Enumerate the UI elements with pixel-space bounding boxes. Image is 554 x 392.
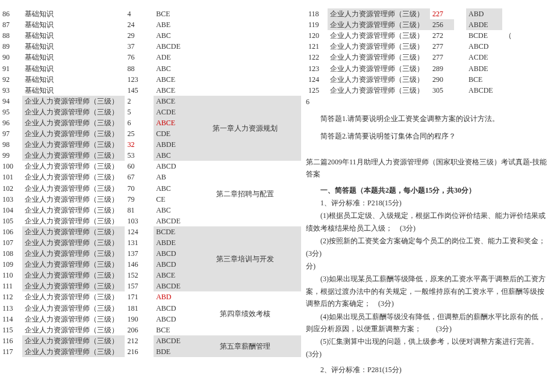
row-answer: BCE [154, 325, 188, 335]
row-subject: 企业人力资源管理师（三级） [22, 325, 125, 335]
row-page: 289 [430, 63, 454, 73]
table-row: 86基础知识4BCE [0, 8, 301, 19]
row-subject: 企业人力资源管理师（三级） [22, 281, 125, 291]
row-number: 97 [0, 128, 22, 139]
row-page: 88 [125, 63, 154, 73]
row-number: 86 [0, 8, 22, 19]
row-number: 90 [0, 52, 22, 63]
row-answer: ABC [154, 150, 188, 161]
row-answer: ABCD [154, 161, 188, 172]
row-number: 92 [0, 74, 22, 85]
row-subject: 企业人力资源管理师（三级） [22, 335, 125, 346]
row-number: 110 [0, 270, 22, 281]
row-number: 125 [306, 85, 328, 96]
row-page: 103 [125, 216, 154, 226]
row-number: 107 [0, 237, 22, 248]
row-answer: ABCE [154, 96, 188, 107]
right-body: 6 简答题1.请简要说明企业工资奖金调整方案的设计方法。 简答题2.请简要说明签… [306, 96, 554, 376]
row-page: 227 [430, 8, 454, 19]
row-answer: ABC [154, 205, 188, 216]
row-extra [502, 52, 554, 63]
row-number: 94 [0, 96, 22, 107]
table-row: 123企业人力资源管理师（三级）289ABDE [306, 63, 554, 73]
row-subject: 基础知识 [22, 19, 125, 30]
row-page: 190 [125, 314, 154, 325]
row-subject: 企业人力资源管理师（三级） [22, 226, 125, 237]
row-number: 88 [0, 30, 22, 41]
row-extra [502, 63, 554, 73]
row-subject: 基础知识 [22, 52, 125, 63]
row-page: 123 [125, 74, 154, 85]
row-page: 2 [125, 96, 154, 107]
row-subject: 企业人力资源管理师（三级） [22, 216, 125, 226]
row-page: 6 [125, 117, 154, 128]
row-page: 25 [125, 128, 154, 139]
row-section: 第三章培训与开发 [188, 226, 301, 292]
row-number: 112 [0, 291, 22, 302]
row-answer: ABCDE [154, 216, 188, 226]
row-page: 29 [125, 30, 154, 41]
table-row: 122企业人力资源管理师（三级）277ACDE [306, 52, 554, 63]
row-number: 104 [0, 205, 22, 216]
row-section [188, 52, 301, 63]
row-number: 115 [0, 325, 22, 335]
table-row: 91基础知识88ABC [0, 63, 301, 73]
row-page: 171 [125, 291, 154, 302]
row-page: 277 [430, 41, 454, 52]
row-subject: 企业人力资源管理师（三级） [22, 161, 125, 172]
row-section: 第二章招聘与配置 [188, 161, 301, 226]
row-subject: 企业人力资源管理师（三级） [22, 96, 125, 107]
row-number: 123 [306, 63, 328, 73]
row-page: 277 [430, 52, 454, 63]
essay-title: 第二篇2009年11月助理人力资源管理师（国家职业资格三级）考试真题-技能答案 [306, 156, 549, 181]
row-answer: ABDE [466, 63, 502, 73]
row-page: 5 [125, 107, 154, 117]
table-row: 94企业人力资源管理师（三级）2ABCE第一章人力资源规划 [0, 96, 301, 107]
row-number: 120 [306, 30, 328, 41]
row-page: 81 [125, 205, 154, 216]
row-subject: 企业人力资源管理师（三级） [22, 237, 125, 248]
row-page: 181 [125, 303, 154, 314]
row-answer: ADE [154, 52, 188, 63]
row-number: 87 [0, 19, 22, 30]
row-subject: 基础知识 [22, 41, 125, 52]
row-answer: ABCDE [154, 41, 188, 52]
row-answer: CDE [154, 128, 188, 139]
row-subject: 企业人力资源管理师（三级） [328, 8, 430, 19]
row-number: 91 [0, 63, 22, 73]
body-p5: (3)如果出现某员工薪酬等级降低，原来的工资水平高于调整后的工资方案，根据过渡办… [306, 273, 549, 310]
short-answer-q1: 简答题1.请简要说明企业工资奖金调整方案的设计方法。 [306, 113, 549, 125]
row-subject: 企业人力资源管理师（三级） [22, 150, 125, 161]
table-row: 112企业人力资源管理师（三级）171ABD第四章绩效考核 [0, 291, 301, 302]
row-subject: 企业人力资源管理师（三级） [22, 303, 125, 314]
row-answer: ABCD [154, 303, 188, 314]
row-number: 89 [0, 41, 22, 52]
row-answer: ABCD [154, 259, 188, 270]
row-extra [502, 85, 554, 96]
row-number: 103 [0, 194, 22, 205]
body-p3: (2)按照新的工资奖金方案确定每个员工的岗位工资、能力工资和奖金； (3分) [306, 235, 549, 260]
section-heading: 一、简答题（本题共2题，每小题15分，共30分） [306, 184, 549, 196]
row-subject: 企业人力资源管理师（三级） [328, 85, 430, 96]
row-number: 108 [0, 248, 22, 259]
row-answer: BDE [154, 346, 188, 357]
row-number: 119 [306, 19, 328, 30]
table-row: 116企业人力资源管理师（三级）212ABCDE第五章薪酬管理 [0, 335, 301, 346]
row-number: 122 [306, 52, 328, 63]
row-page: 32 [125, 139, 154, 150]
row-subject: 企业人力资源管理师（三级） [22, 117, 125, 128]
row-extra [502, 19, 554, 30]
row-section [188, 8, 301, 19]
row-answer: ABCE [154, 270, 188, 281]
table-row: 106企业人力资源管理师（三级）124BCDE第三章培训与开发 [0, 226, 301, 237]
table-row: 92基础知识123ABCE [0, 74, 301, 85]
table-row: 90基础知识76ADE [0, 52, 301, 63]
row-page: 76 [125, 52, 154, 63]
row-answer: ABDE [154, 237, 188, 248]
row-number: 121 [306, 41, 328, 52]
six-marker-b: 6 [306, 147, 549, 148]
row-subject: 企业人力资源管理师（三级） [22, 194, 125, 205]
row-page: 290 [430, 74, 454, 85]
row-number: 100 [0, 161, 22, 172]
row-number: 106 [0, 226, 22, 237]
